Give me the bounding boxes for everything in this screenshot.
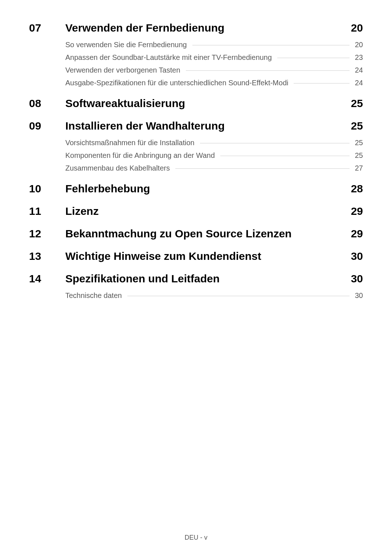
leader-line	[200, 143, 350, 143]
toc-subitem: Anpassen der Soundbar-Lautstärke mit ein…	[65, 53, 363, 62]
sub-page: 20	[350, 41, 363, 49]
section-number: 08	[29, 97, 65, 110]
section-title: Softwareaktualisierung	[65, 97, 344, 110]
leader-line	[186, 70, 350, 71]
leader-line	[192, 45, 350, 45]
toc-section: 08 Softwareaktualisierung 25	[29, 97, 363, 110]
sub-page: 25	[350, 139, 363, 147]
section-page: 28	[351, 183, 363, 195]
sub-page: 24	[350, 66, 363, 74]
section-title: Spezifikationen und Leitfaden	[65, 273, 344, 285]
page-footer: DEU - v	[0, 534, 392, 541]
section-page: 29	[351, 205, 363, 217]
toc-section: 07 Verwenden der Fernbedienung 20	[29, 22, 363, 34]
toc-subitem: So verwenden Sie die Fernbedienung 20	[65, 41, 363, 49]
section-page: 30	[351, 273, 363, 285]
section-page: 20	[351, 22, 363, 34]
leader-line	[277, 58, 350, 58]
leader-line	[220, 156, 350, 156]
sub-title: So verwenden Sie die Fernbedienung	[65, 41, 192, 49]
toc-section: 10 Fehlerbehebung 28	[29, 183, 363, 195]
toc-subitem: Technische daten 30	[65, 291, 363, 300]
leader-line	[127, 296, 350, 296]
section-title: Lizenz	[65, 205, 344, 217]
sub-page: 27	[350, 164, 363, 172]
toc-subitem: Verwenden der verborgenen Tasten 24	[65, 66, 363, 74]
sub-title: Komponenten für die Anbringung an der Wa…	[65, 151, 220, 160]
section-page: 30	[351, 250, 363, 262]
sub-page: 30	[350, 291, 363, 300]
toc-subitem: Ausgabe-Spezifikationen für die untersch…	[65, 79, 363, 87]
section-number: 07	[29, 22, 65, 34]
toc-subitem: Vorsichtsmaßnahmen für die Installation …	[65, 139, 363, 147]
section-number: 11	[29, 205, 65, 217]
sub-page: 25	[350, 151, 363, 160]
toc-section: 13 Wichtige Hinweise zum Kundendienst 30	[29, 250, 363, 262]
sub-title: Technische daten	[65, 291, 127, 300]
section-number: 12	[29, 228, 65, 240]
toc-subitem: Zusammenbau des Kabelhalters 27	[65, 164, 363, 172]
section-title: Verwenden der Fernbedienung	[65, 22, 344, 34]
section-title: Wichtige Hinweise zum Kundendienst	[65, 250, 344, 262]
toc-section: 12 Bekanntmachung zu Open Source Lizenze…	[29, 228, 363, 240]
sub-title: Zusammenbau des Kabelhalters	[65, 164, 175, 172]
toc-section: 14 Spezifikationen und Leitfaden 30	[29, 273, 363, 285]
toc-section: 11 Lizenz 29	[29, 205, 363, 217]
toc-subitem: Komponenten für die Anbringung an der Wa…	[65, 151, 363, 160]
table-of-contents: 07 Verwenden der Fernbedienung 20 So ver…	[29, 22, 363, 300]
section-number: 13	[29, 250, 65, 262]
sub-page: 24	[350, 79, 363, 87]
sub-title: Vorsichtsmaßnahmen für die Installation	[65, 139, 200, 147]
leader-line	[294, 83, 349, 83]
sub-page: 23	[350, 53, 363, 62]
sub-title: Anpassen der Soundbar-Lautstärke mit ein…	[65, 53, 277, 62]
leader-line	[175, 168, 350, 169]
section-page: 25	[351, 120, 363, 132]
section-title: Fehlerbehebung	[65, 183, 344, 195]
section-number: 14	[29, 273, 65, 285]
section-number: 10	[29, 183, 65, 195]
section-page: 25	[351, 97, 363, 110]
sub-title: Ausgabe-Spezifikationen für die untersch…	[65, 79, 294, 87]
section-number: 09	[29, 120, 65, 132]
section-title: Installieren der Wandhalterung	[65, 120, 344, 132]
section-page: 29	[351, 228, 363, 240]
section-title: Bekanntmachung zu Open Source Lizenzen	[65, 228, 344, 240]
toc-section: 09 Installieren der Wandhalterung 25	[29, 120, 363, 132]
sub-title: Verwenden der verborgenen Tasten	[65, 66, 186, 74]
